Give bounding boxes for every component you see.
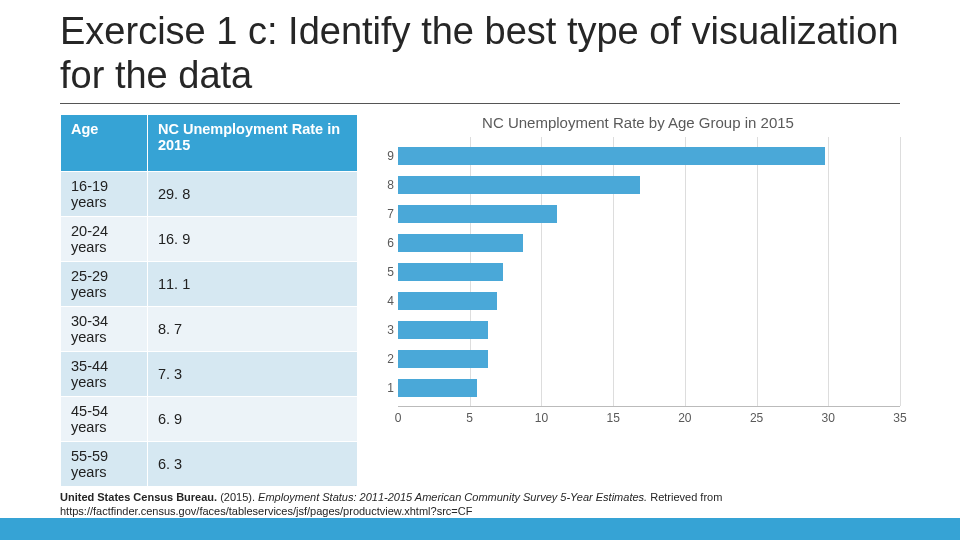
y-tick-label: 8 (380, 178, 394, 192)
table-row: 25-29 years11. 1 (61, 262, 358, 307)
bar (398, 350, 488, 368)
y-tick-label: 7 (380, 207, 394, 221)
y-tick-label: 5 (380, 265, 394, 279)
table-header-age: Age (61, 115, 148, 172)
bar (398, 292, 497, 310)
cell-age: 30-34 years (61, 307, 148, 352)
bar-row: 6 (398, 232, 900, 253)
bars-container: 987654321 (398, 137, 900, 406)
table-row: 45-54 years6. 9 (61, 397, 358, 442)
cell-rate: 7. 3 (147, 352, 357, 397)
bar (398, 321, 488, 339)
y-tick-label: 2 (380, 352, 394, 366)
citation-footer: United States Census Bureau. (2015). Emp… (0, 486, 960, 540)
cell-age: 16-19 years (61, 172, 148, 217)
bar (398, 379, 477, 397)
x-tick-label: 0 (395, 411, 402, 425)
bar (398, 205, 557, 223)
content-row: Age NC Unemployment Rate in 2015 16-19 y… (60, 114, 900, 540)
table-row: 30-34 years8. 7 (61, 307, 358, 352)
cell-rate: 6. 9 (147, 397, 357, 442)
y-tick-label: 6 (380, 236, 394, 250)
bar (398, 263, 503, 281)
bar (398, 176, 640, 194)
page-title: Exercise 1 c: Identify the best type of … (60, 10, 900, 97)
bar-row: 2 (398, 348, 900, 369)
x-tick-label: 15 (606, 411, 619, 425)
bar-row: 8 (398, 174, 900, 195)
bar (398, 147, 825, 165)
table-row: 20-24 years16. 9 (61, 217, 358, 262)
citation-year: (2015). (220, 491, 258, 503)
y-tick-label: 3 (380, 323, 394, 337)
bar (398, 234, 523, 252)
bar-row: 1 (398, 377, 900, 398)
bar-row: 9 (398, 145, 900, 166)
chart-title: NC Unemployment Rate by Age Group in 201… (376, 114, 900, 131)
chart-plot: 987654321 05101520253035 (398, 137, 900, 427)
title-divider (60, 103, 900, 104)
cell-rate: 6. 3 (147, 442, 357, 487)
bar-row: 3 (398, 319, 900, 340)
cell-age: 25-29 years (61, 262, 148, 307)
x-tick-label: 35 (893, 411, 906, 425)
citation-source: United States Census Bureau. (60, 491, 220, 503)
x-tick-label: 20 (678, 411, 691, 425)
table-header-rate: NC Unemployment Rate in 2015 (147, 115, 357, 172)
cell-age: 55-59 years (61, 442, 148, 487)
cell-rate: 29. 8 (147, 172, 357, 217)
table-row: 35-44 years7. 3 (61, 352, 358, 397)
x-tick-label: 30 (822, 411, 835, 425)
cell-rate: 16. 9 (147, 217, 357, 262)
gridline (900, 137, 901, 406)
cell-age: 45-54 years (61, 397, 148, 442)
bar-row: 4 (398, 290, 900, 311)
y-tick-label: 9 (380, 149, 394, 163)
cell-age: 35-44 years (61, 352, 148, 397)
y-tick-label: 4 (380, 294, 394, 308)
table-row: 16-19 years29. 8 (61, 172, 358, 217)
data-table: Age NC Unemployment Rate in 2015 16-19 y… (60, 114, 358, 540)
cell-rate: 11. 1 (147, 262, 357, 307)
x-tick-label: 10 (535, 411, 548, 425)
bar-row: 5 (398, 261, 900, 282)
x-tick-label: 25 (750, 411, 763, 425)
chart: NC Unemployment Rate by Age Group in 201… (376, 114, 900, 540)
bar-row: 7 (398, 203, 900, 224)
table-row: 55-59 years6. 3 (61, 442, 358, 487)
y-tick-label: 1 (380, 381, 394, 395)
cell-rate: 8. 7 (147, 307, 357, 352)
citation-title: Employment Status: 2011-2015 American Co… (258, 491, 650, 503)
x-tick-label: 5 (466, 411, 473, 425)
cell-age: 20-24 years (61, 217, 148, 262)
